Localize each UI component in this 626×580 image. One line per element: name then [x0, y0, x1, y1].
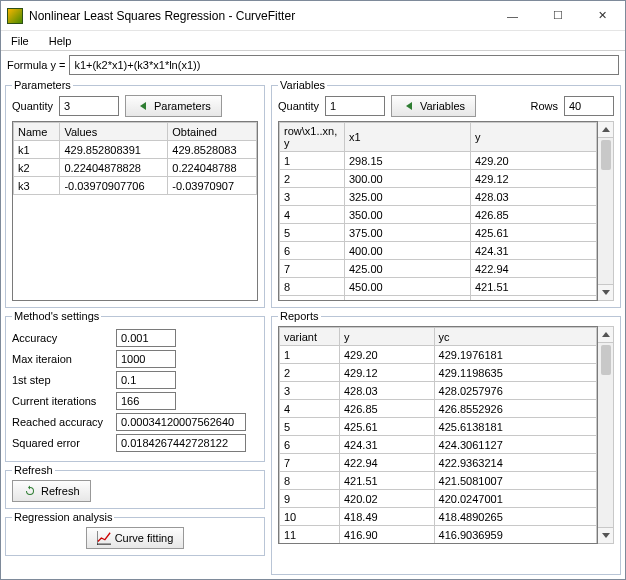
scroll-thumb[interactable]	[601, 345, 611, 375]
maxiter-label: Max iteraion	[12, 353, 112, 365]
reached-label: Reached accuracy	[12, 416, 112, 428]
param-qty-label: Quantity	[12, 100, 53, 112]
reports-fieldset: Reports variantyyc 1429.20429.1976181242…	[271, 310, 621, 575]
table-row[interactable]: 7422.94422.9363214	[280, 454, 597, 472]
table-row[interactable]: 1429.20429.1976181	[280, 346, 597, 364]
vars-qty-label: Quantity	[278, 100, 319, 112]
curiter-input	[116, 392, 176, 410]
method-fieldset: Method's settings Accuracy Max iteraion …	[5, 310, 265, 462]
variables-fieldset: Variables Quantity Variables Rows row\x1…	[271, 79, 621, 308]
table-row[interactable]: 7425.00422.94	[280, 260, 597, 278]
reports-grid[interactable]: variantyyc 1429.20429.19761812429.12429.…	[278, 326, 598, 544]
help-menu[interactable]: Help	[43, 33, 78, 49]
chart-icon	[97, 531, 111, 545]
table-row[interactable]: 10418.49418.4890265	[280, 508, 597, 526]
window-title: Nonlinear Least Squares Regression - Cur…	[29, 9, 490, 23]
chevron-down-icon	[602, 290, 610, 295]
curve-fitting-button[interactable]: Curve fitting	[86, 527, 185, 549]
parameters-legend: Parameters	[12, 79, 73, 91]
arrow-left-icon	[136, 99, 150, 113]
scroll-down-button[interactable]	[598, 284, 613, 300]
param-header-name[interactable]: Name	[14, 123, 60, 141]
file-menu[interactable]: File	[5, 33, 35, 49]
table-row[interactable]: 3325.00428.03	[280, 188, 597, 206]
regression-legend: Regression analysis	[12, 511, 114, 523]
table-row: k20.224048788280.224048788	[14, 159, 257, 177]
table-row[interactable]: 8450.00421.51	[280, 278, 597, 296]
titlebar: Nonlinear Least Squares Regression - Cur…	[1, 1, 625, 31]
scroll-up-button[interactable]	[598, 327, 613, 343]
reports-scrollbar[interactable]	[598, 326, 614, 544]
reports-header-yc[interactable]: yc	[434, 328, 596, 346]
vars-header-x1[interactable]: x1	[345, 123, 471, 152]
parameters-button-label: Parameters	[154, 100, 211, 112]
table-row[interactable]: 2300.00429.12	[280, 170, 597, 188]
param-header-values[interactable]: Values	[60, 123, 168, 141]
reports-header-variant[interactable]: variant	[280, 328, 340, 346]
reports-legend: Reports	[278, 310, 321, 322]
parameters-grid[interactable]: NameValuesObtained k1429.852808391429.85…	[12, 121, 258, 301]
formula-label: Formula y =	[7, 59, 65, 71]
arrow-left-icon	[402, 99, 416, 113]
variables-button[interactable]: Variables	[391, 95, 476, 117]
table-row[interactable]: 2429.12429.1198635	[280, 364, 597, 382]
scroll-down-button[interactable]	[598, 527, 613, 543]
table-row[interactable]: 11416.90416.9036959	[280, 526, 597, 544]
refresh-fieldset: Refresh Refresh	[5, 464, 265, 509]
table-row: k3-0.03970907706-0.03970907	[14, 177, 257, 195]
refresh-button[interactable]: Refresh	[12, 480, 91, 502]
table-row[interactable]: 4350.00426.85	[280, 206, 597, 224]
param-qty-input[interactable]	[59, 96, 119, 116]
table-row[interactable]: 9475.00420.02	[280, 296, 597, 302]
reports-header-y[interactable]: y	[340, 328, 435, 346]
table-row[interactable]: 9420.02420.0247001	[280, 490, 597, 508]
formula-input[interactable]	[69, 55, 619, 75]
menubar: File Help	[1, 31, 625, 51]
maximize-button[interactable]: ☐	[535, 1, 580, 30]
vars-header-y[interactable]: y	[471, 123, 597, 152]
scroll-up-button[interactable]	[598, 122, 613, 138]
curiter-label: Current iterations	[12, 395, 112, 407]
close-button[interactable]: ✕	[580, 1, 625, 30]
parameters-button[interactable]: Parameters	[125, 95, 222, 117]
scroll-thumb[interactable]	[601, 140, 611, 170]
method-legend: Method's settings	[12, 310, 101, 322]
vars-scrollbar[interactable]	[598, 121, 614, 301]
minimize-button[interactable]: —	[490, 1, 535, 30]
app-window: Nonlinear Least Squares Regression - Cur…	[0, 0, 626, 580]
reached-input	[116, 413, 246, 431]
sqerr-label: Squared error	[12, 437, 112, 449]
refresh-legend: Refresh	[12, 464, 55, 476]
rows-label: Rows	[530, 100, 558, 112]
accuracy-input[interactable]	[116, 329, 176, 347]
app-icon	[7, 8, 23, 24]
variables-grid[interactable]: row\x1..xn, yx1y 1298.15429.202300.00429…	[278, 121, 598, 301]
step-label: 1st step	[12, 374, 112, 386]
chevron-down-icon	[602, 533, 610, 538]
regression-fieldset: Regression analysis Curve fitting	[5, 511, 265, 556]
param-header-obtained[interactable]: Obtained	[168, 123, 257, 141]
curve-fitting-label: Curve fitting	[115, 532, 174, 544]
vars-qty-input[interactable]	[325, 96, 385, 116]
table-row[interactable]: 5375.00425.61	[280, 224, 597, 242]
maxiter-input[interactable]	[116, 350, 176, 368]
chevron-up-icon	[602, 332, 610, 337]
table-row[interactable]: 3428.03428.0257976	[280, 382, 597, 400]
vars-header-row[interactable]: row\x1..xn, y	[280, 123, 345, 152]
variables-legend: Variables	[278, 79, 327, 91]
table-row[interactable]: 4426.85426.8552926	[280, 400, 597, 418]
step-input[interactable]	[116, 371, 176, 389]
sqerr-input	[116, 434, 246, 452]
table-row[interactable]: 8421.51421.5081007	[280, 472, 597, 490]
rows-input[interactable]	[564, 96, 614, 116]
parameters-fieldset: Parameters Quantity Parameters NameValue…	[5, 79, 265, 308]
chevron-up-icon	[602, 127, 610, 132]
refresh-icon	[23, 484, 37, 498]
table-row[interactable]: 6400.00424.31	[280, 242, 597, 260]
table-row: k1429.852808391429.8528083	[14, 141, 257, 159]
refresh-button-label: Refresh	[41, 485, 80, 497]
table-row[interactable]: 6424.31424.3061127	[280, 436, 597, 454]
table-row[interactable]: 1298.15429.20	[280, 152, 597, 170]
table-row[interactable]: 5425.61425.6138181	[280, 418, 597, 436]
variables-button-label: Variables	[420, 100, 465, 112]
